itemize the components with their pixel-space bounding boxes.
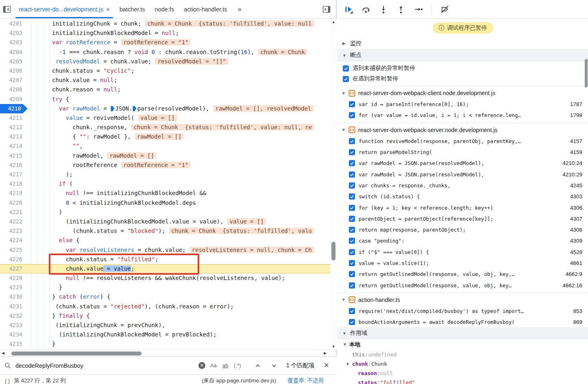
line-number[interactable]: 4226 xyxy=(0,255,28,264)
line-number[interactable]: 4235 xyxy=(0,339,28,349)
deactivate-breakpoints-button[interactable] xyxy=(440,5,449,14)
code-line-content[interactable]: rootReferencerootReference = "1" xyxy=(28,161,330,170)
scope-variable-reason[interactable]: reason: null xyxy=(338,369,588,378)
breakpoint-code-snippet[interactable]: return parseModelString( xyxy=(359,149,432,155)
code-line-content[interactable]: try { xyxy=(28,95,330,104)
line-number[interactable]: 4215 xyxy=(0,151,28,161)
line-number[interactable]: 4224 xyxy=(0,236,28,245)
step-out-button[interactable] xyxy=(396,5,405,14)
hscroll-thumb[interactable] xyxy=(11,351,142,356)
code-line-content[interactable]: if ( xyxy=(28,179,330,189)
line-number[interactable]: 4229 xyxy=(0,283,28,292)
breakpoint-checkbox-checked[interactable] xyxy=(349,205,355,211)
line-number[interactable]: 4223 xyxy=(0,226,28,236)
code-line-content[interactable]: chunk.status = "cyclic"; xyxy=(28,66,330,76)
line-number[interactable]: 4204 xyxy=(0,48,28,57)
scroll-down-icon[interactable]: ▼ xyxy=(330,345,337,349)
breakpoint-checkbox-checked[interactable] xyxy=(349,171,355,178)
breakpoint-entry[interactable]: return map(response, parentObject);4308 xyxy=(338,224,588,235)
code-line-content[interactable]: (chunk.status = "rejected"), (chunk.reas… xyxy=(28,302,330,311)
pause-on-uncaught-row[interactable]: 遇到未捕获的异常时暂停 xyxy=(338,63,588,74)
code-horizontal-scrollbar[interactable]: ◀ ▶ xyxy=(0,349,330,356)
breakpoint-checkbox-checked[interactable] xyxy=(349,101,355,107)
line-number[interactable]: 4211 xyxy=(0,113,28,123)
breakpoint-checkbox-checked[interactable] xyxy=(349,227,355,233)
breakpoint-checkbox-checked[interactable] xyxy=(349,271,355,277)
code-line-content[interactable]: var resolveListeners = chunk.value;resol… xyxy=(28,245,330,255)
inline-breakpoint-icon[interactable] xyxy=(111,106,114,111)
line-number[interactable]: 4230 xyxy=(0,292,28,302)
line-number[interactable]: 4203 xyxy=(0,38,28,47)
code-line-content[interactable]: (chunk.status = "blocked");chunk = Chunk… xyxy=(28,226,330,236)
breakpoint-checkbox-checked[interactable] xyxy=(349,193,355,200)
code-line-content[interactable]: initializingChunkBlockedModel = null; xyxy=(28,28,330,38)
close-search-icon[interactable]: ✕ xyxy=(324,361,329,370)
vscroll-thumb[interactable] xyxy=(331,242,335,260)
breakpoint-entry[interactable]: for (key = 1; key < reference.length; ke… xyxy=(338,202,588,213)
breakpoint-checkbox-checked[interactable] xyxy=(349,249,355,255)
breakpoint-code-snippet[interactable]: switch (id.status) { xyxy=(359,193,420,200)
code-line-content[interactable]: } xyxy=(28,339,330,349)
line-number[interactable]: 4218 xyxy=(0,179,28,189)
line-number[interactable]: 4202 xyxy=(0,28,28,38)
breakpoint-code-snippet[interactable]: for (key = 1; key < reference.length; ke… xyxy=(359,205,493,211)
breakpoint-code-snippet[interactable]: boundActionArguments = await decodeReply… xyxy=(359,319,515,325)
line-number[interactable]: 4225 xyxy=(0,245,28,255)
breakpoint-entry[interactable]: return parseModelString(4159 xyxy=(338,147,588,158)
show-sidebar-icon[interactable] xyxy=(320,0,333,18)
breakpoint-checkbox-checked[interactable] xyxy=(349,282,355,289)
code-line-content[interactable]: null !== initializingChunkBlockedModel &… xyxy=(28,189,330,198)
breakpoint-code-snippet[interactable]: return getOutlinedModel(response, value,… xyxy=(359,282,512,289)
code-line-content[interactable]: ); xyxy=(28,170,330,179)
breakpoint-checkbox-checked[interactable] xyxy=(349,308,355,314)
more-tabs-button[interactable]: » xyxy=(232,0,247,18)
line-number[interactable]: 4209 xyxy=(0,95,28,104)
line-number[interactable]: 4221 xyxy=(0,208,28,217)
breakpoint-file-group-2[interactable]: ▼action-handler.ts xyxy=(338,294,588,306)
breakpoint-code-snippet[interactable]: var id = parseInt(reference[0], 16); xyxy=(359,101,469,107)
breakpoint-code-snippet[interactable]: function reviveModel(response, parentObj… xyxy=(359,138,521,144)
coverage-link[interactable]: 覆盖率: 不适用 xyxy=(287,377,324,384)
sidebar-scrollbar[interactable] xyxy=(585,20,588,381)
code-line-content[interactable]: } xyxy=(28,283,330,292)
code-line-content[interactable]: -1 === chunk.reason ? void 0 : chunk.rea… xyxy=(28,48,330,57)
scope-local-row[interactable]: ▼ 本地 xyxy=(338,339,588,350)
line-number[interactable]: 4231 xyxy=(0,302,28,311)
line-number[interactable]: 4220 xyxy=(0,198,28,208)
section-breakpoints[interactable]: ▼ 断点 xyxy=(338,50,588,61)
code-line-content[interactable]: resolvedModel = chunk.value;resolvedMode… xyxy=(28,57,330,66)
breakpoint-code-snippet[interactable]: parentObject = parentObject[reference[ke… xyxy=(359,216,493,222)
breakpoint-code-snippet[interactable]: require('next/dist/compiled/busboy') as … xyxy=(359,308,524,314)
breakpoint-checkbox-checked[interactable] xyxy=(349,112,355,118)
scroll-up-icon[interactable]: ▲ xyxy=(330,20,337,24)
line-number[interactable]: 4222 xyxy=(0,217,28,226)
breakpoint-code-snippet[interactable]: value = value.slice(1); xyxy=(359,260,429,266)
line-number[interactable]: 4214 xyxy=(0,141,28,151)
step-button[interactable] xyxy=(414,5,423,14)
line-number[interactable]: 4217 xyxy=(0,170,28,179)
tab-3[interactable]: action-handler.ts xyxy=(179,0,232,18)
line-number[interactable]: 4216 xyxy=(0,161,28,170)
breakpoint-checkbox-checked[interactable] xyxy=(349,182,355,189)
scope-variable-status[interactable]: status: "fulfilled" xyxy=(338,378,588,384)
code-line-content[interactable]: rawModel,rawModel = [] xyxy=(28,151,330,161)
scope-variable-chunk[interactable]: ▼chunk: Chunk xyxy=(338,359,588,369)
breakpoint-entry[interactable]: require('next/dist/compiled/busboy') as … xyxy=(338,306,588,317)
code-line-content[interactable]: initializingChunk = chunk;chunk = Chunk … xyxy=(28,19,330,28)
next-match-button[interactable] xyxy=(271,362,277,369)
code-line-content[interactable]: value = reviveModel(value = [] xyxy=(28,113,330,123)
scope-variable-this[interactable]: this: undefined xyxy=(338,350,588,359)
code-line-content[interactable]: { "": rawModel },rawModel = [] xyxy=(28,132,330,141)
checkbox-checked-icon[interactable] xyxy=(343,76,349,82)
breakpoint-code-snippet[interactable]: if ("$" === value[0]) { xyxy=(359,249,429,255)
breakpoint-code-snippet[interactable]: return getOutlinedModel(response, value,… xyxy=(359,271,515,277)
line-number[interactable]: 4227 xyxy=(0,264,28,273)
breakpoint-entry[interactable]: case "pending":4309 xyxy=(338,235,588,246)
code-line-content[interactable]: chunk.reason = null; xyxy=(28,85,330,94)
breakpoint-checkbox-checked[interactable] xyxy=(349,238,355,244)
line-number[interactable]: 4208 xyxy=(0,85,28,94)
breakpoint-entry[interactable]: return getOutlinedModel(response, value,… xyxy=(338,280,588,291)
line-number[interactable]: 4212 xyxy=(0,123,28,132)
clear-search-icon[interactable]: ✕ xyxy=(198,362,205,369)
search-input[interactable]: decodeReplyFromBusboy xyxy=(15,362,196,369)
